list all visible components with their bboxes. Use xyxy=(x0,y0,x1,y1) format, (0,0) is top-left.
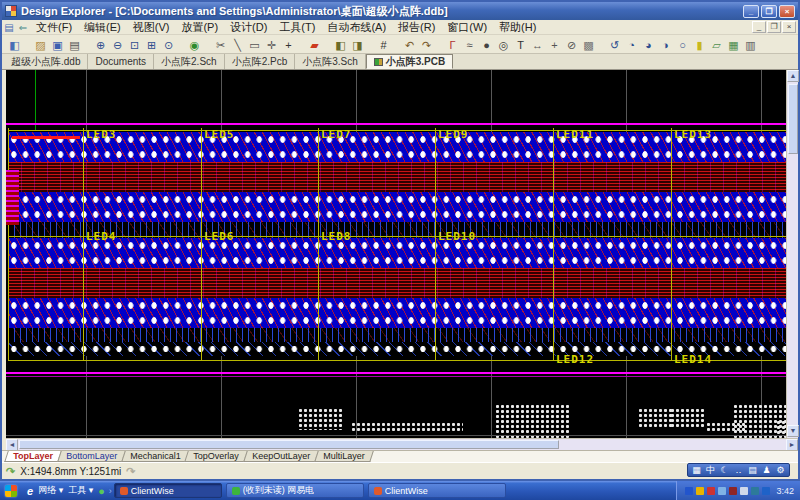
tray-blue-app-icon[interactable] xyxy=(685,487,693,495)
document-tab-Documents[interactable]: Documents xyxy=(88,54,154,69)
menu-item-1[interactable]: 文件(F) xyxy=(30,20,78,35)
undo-icon[interactable]: ↶ xyxy=(401,36,418,52)
tray-red-app-icon[interactable] xyxy=(707,487,715,495)
browse-board-icon[interactable]: ◉ xyxy=(186,36,203,52)
browse-library-icon[interactable]: ◨ xyxy=(349,36,366,52)
designator-LED11[interactable]: LED11 xyxy=(556,129,594,140)
tray-check-app-icon[interactable] xyxy=(751,487,759,495)
doc-minimize-button[interactable]: _ xyxy=(752,21,766,33)
zoom-document-icon[interactable]: ⊞ xyxy=(143,36,160,52)
ime-user-icon[interactable]: ♟ xyxy=(761,464,772,476)
ime-halfwidth-icon[interactable]: ☾ xyxy=(719,464,730,476)
menu-item-5[interactable]: 设计(D) xyxy=(224,20,273,35)
print-icon[interactable]: ▤ xyxy=(66,36,83,52)
layer-tab-TopLayer[interactable]: TopLayer xyxy=(4,451,61,462)
designator-LED7[interactable]: LED7 xyxy=(321,129,352,140)
array-placement-icon[interactable]: ▥ xyxy=(742,36,759,52)
taskbar-button-3[interactable]: ClientWise xyxy=(368,483,506,498)
designator-LED8[interactable]: LED8 xyxy=(321,231,352,242)
designator-LED10[interactable]: LED10 xyxy=(438,231,476,242)
designator-LED5[interactable]: LED5 xyxy=(204,129,235,140)
move-component-icon[interactable]: ✛ xyxy=(263,36,280,52)
taskbar-button-2[interactable]: (收到未读) 网易电 xyxy=(226,483,364,498)
full-circle-icon[interactable]: ○ xyxy=(674,36,691,52)
menu-item-3[interactable]: 视图(V) xyxy=(127,20,176,35)
maximize-button[interactable]: ❐ xyxy=(761,5,777,18)
open-document-icon[interactable]: ▨ xyxy=(32,36,49,52)
selected-trace-segment[interactable] xyxy=(12,136,80,139)
arc-edge-icon[interactable]: ◕ xyxy=(640,36,657,52)
document-tab-超级小点阵.ddb[interactable]: 超级小点阵.ddb xyxy=(4,54,88,69)
tray-gray-app-icon[interactable] xyxy=(740,487,748,495)
designator-LED3[interactable]: LED3 xyxy=(86,129,117,140)
document-tab-小点阵3.Sch[interactable]: 小点阵3.Sch xyxy=(295,54,366,69)
zoom-out-icon[interactable]: ⊖ xyxy=(109,36,126,52)
browse-component-icon[interactable]: ◧ xyxy=(332,36,349,52)
cross-cursor-icon[interactable]: + xyxy=(280,36,297,52)
draw-line-icon[interactable]: ╲ xyxy=(229,36,246,52)
menu-item-4[interactable]: 放置(P) xyxy=(175,20,224,35)
close-button[interactable]: × xyxy=(779,5,795,18)
menu-item-8[interactable]: 报告(R) xyxy=(392,20,441,35)
document-tab-小点阵3.PCB[interactable]: 小点阵3.PCB xyxy=(366,54,453,69)
interactive-route-icon[interactable]: Γ xyxy=(444,36,461,52)
rotate-icon[interactable]: ↺ xyxy=(606,36,623,52)
highlight-net-icon[interactable]: ▰ xyxy=(306,36,323,52)
menu-item-9[interactable]: 窗口(W) xyxy=(441,20,493,35)
document-tab-小点阵2.Sch[interactable]: 小点阵2.Sch xyxy=(154,54,225,69)
scroll-up-button[interactable]: ▲ xyxy=(787,70,799,82)
tray-shield-icon[interactable] xyxy=(762,487,770,495)
place-pad-icon[interactable]: ● xyxy=(478,36,495,52)
place-via-icon[interactable]: ◎ xyxy=(495,36,512,52)
vertical-scroll-thumb[interactable] xyxy=(788,84,798,154)
design-explorer-panel-icon[interactable]: ◧ xyxy=(6,36,23,52)
save-icon[interactable]: ▣ xyxy=(49,36,66,52)
redo-icon[interactable]: ↷ xyxy=(418,36,435,52)
doc-close-button[interactable]: × xyxy=(782,21,796,33)
ie-quicklaunch-icon[interactable]: e xyxy=(27,485,33,497)
designator-LED4[interactable]: LED4 xyxy=(86,231,117,242)
pcb-editor-canvas[interactable]: LED3LED5LED7LED9LED11LED13LED4LED6LED8LE… xyxy=(6,70,786,438)
menu-item-6[interactable]: 工具(T) xyxy=(273,20,321,35)
explorer-back-arrow-icon[interactable]: ⇐ xyxy=(16,22,30,33)
ime-logo-icon[interactable]: ▦ xyxy=(691,464,702,476)
tray-yellow-app-icon[interactable] xyxy=(696,487,704,495)
place-coordinate-icon[interactable]: + xyxy=(546,36,563,52)
layer-tab-Mechanical1[interactable]: Mechanical1 xyxy=(121,451,189,462)
designator-LED13[interactable]: LED13 xyxy=(674,129,712,140)
tools-menu[interactable]: 工具 ▾ xyxy=(68,484,93,497)
vertical-scrollbar[interactable]: ▲ ▼ xyxy=(786,70,798,438)
designator-LED12[interactable]: LED12 xyxy=(556,354,594,365)
arc-any-angle-icon[interactable]: ◑ xyxy=(657,36,674,52)
layer-tab-TopOverlay[interactable]: TopOverlay xyxy=(185,451,248,462)
route-spread-icon[interactable]: ≈ xyxy=(461,36,478,52)
menu-item-2[interactable]: 编辑(E) xyxy=(78,20,127,35)
place-dimension-icon[interactable]: ↔ xyxy=(529,36,546,52)
ime-punctuation-icon[interactable]: ‥ xyxy=(733,464,744,476)
place-string-icon[interactable]: T xyxy=(512,36,529,52)
document-tab-小点阵2.Pcb[interactable]: 小点阵2.Pcb xyxy=(225,54,296,69)
place-circle-icon[interactable]: ⊘ xyxy=(563,36,580,52)
place-rectangle-fill-icon[interactable]: ▮ xyxy=(691,36,708,52)
messenger-quicklaunch-icon[interactable]: ● xyxy=(98,485,105,497)
place-fill-region-icon[interactable]: ▩ xyxy=(580,36,597,52)
network-menu[interactable]: 网络 ▾ xyxy=(38,484,63,497)
designator-LED9[interactable]: LED9 xyxy=(438,129,469,140)
menu-item-7[interactable]: 自动布线(A) xyxy=(321,20,392,35)
horizontal-scrollbar[interactable]: ◄ ► xyxy=(6,438,798,450)
arc-center-icon[interactable]: ◔ xyxy=(623,36,640,52)
menu-item-10[interactable]: 帮助(H) xyxy=(493,20,542,35)
horizontal-scroll-thumb[interactable] xyxy=(19,440,559,449)
layer-tab-MultiLayer[interactable]: MultiLayer xyxy=(314,451,373,462)
ime-settings-icon[interactable]: ⚙ xyxy=(775,464,786,476)
tray-lightblue-app-icon[interactable] xyxy=(718,487,726,495)
designator-LED6[interactable]: LED6 xyxy=(204,231,235,242)
start-button-icon[interactable] xyxy=(5,485,17,497)
minimize-button[interactable]: _ xyxy=(743,5,759,18)
ime-chinese-mode-icon[interactable]: 中 xyxy=(705,464,716,476)
doc-restore-button[interactable]: ❐ xyxy=(767,21,781,33)
ime-softkeyboard-icon[interactable]: ▤ xyxy=(747,464,758,476)
paste-special-icon[interactable]: ▦ xyxy=(725,36,742,52)
layer-tab-BottomLayer[interactable]: BottomLayer xyxy=(57,451,126,462)
layer-tab-KeepOutLayer[interactable]: KeepOutLayer xyxy=(243,451,319,462)
